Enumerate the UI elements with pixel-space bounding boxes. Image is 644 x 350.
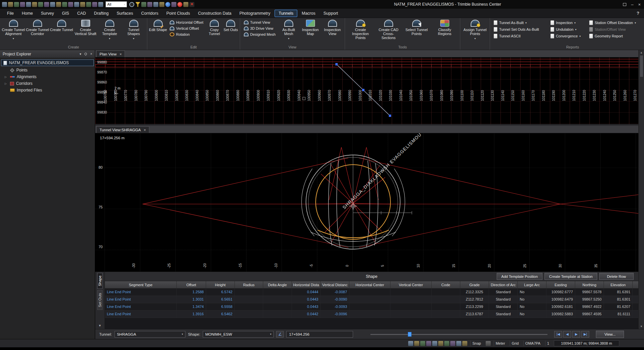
save-icon[interactable] <box>20 2 25 7</box>
tab-plan-view[interactable]: Plan View × <box>96 50 125 57</box>
selection-filter-combobox[interactable]: All ▾ <box>106 1 127 7</box>
orbit-icon[interactable] <box>165 2 170 7</box>
last-station-button[interactable]: ▶| <box>581 331 589 338</box>
menu-tab-cad[interactable]: CAD <box>73 10 90 17</box>
scroll-up-icon[interactable]: ▲ <box>640 51 643 54</box>
create-tunnel-button[interactable]: Create Tunnel <box>49 18 73 45</box>
station-offset-view-button[interactable]: Station/Offset View <box>589 27 644 32</box>
cell-radius[interactable] <box>235 289 263 296</box>
export-icon[interactable] <box>32 2 37 7</box>
tunnel-set-outs-as-built-report-button[interactable]: Tunnel Set Outs As-Built <box>494 27 546 32</box>
redo-icon[interactable] <box>44 2 49 7</box>
cell-offset[interactable]: 1.2588 <box>177 289 206 296</box>
shape-table-row[interactable]: Line End Point 1.3031 6.5651 0.0443 -0.0… <box>105 296 638 303</box>
cell-vertical-distance[interactable]: -0.0096 <box>321 311 349 318</box>
cell-segment-type[interactable]: Line End Point <box>105 303 177 310</box>
column-header[interactable]: Northing <box>575 281 604 288</box>
restore-window-button[interactable] <box>623 3 626 6</box>
horizontal-offset-button[interactable]: Horizontal Offset <box>170 20 203 24</box>
station-view-icon[interactable] <box>98 2 103 7</box>
cell-radius[interactable] <box>235 296 263 303</box>
menu-tab-gis[interactable]: GIS <box>58 10 73 17</box>
expander-icon[interactable]: ▷ <box>5 82 7 85</box>
select-filter-icon[interactable] <box>408 341 413 346</box>
tree-item-imported-files[interactable]: Imported Files <box>0 87 95 94</box>
shape-table-row[interactable]: Line End Point 1.3916 6.5462 0.0442 -0.0… <box>105 311 638 318</box>
menu-tab-photogrammetry[interactable]: Photogrammetry <box>236 10 274 17</box>
pan-icon[interactable] <box>68 2 73 7</box>
cell-large-arc[interactable]: No <box>518 303 546 310</box>
cell-height[interactable]: 6.5742 <box>206 289 235 296</box>
cell-grade[interactable]: Z112.7812 <box>460 296 489 303</box>
column-header[interactable]: Code <box>432 281 460 288</box>
cell-code[interactable] <box>432 311 460 318</box>
antialias-icon[interactable] <box>444 341 449 346</box>
designed-mesh-button[interactable]: Designed Mesh <box>244 32 276 36</box>
zoom-extents-icon[interactable] <box>80 2 85 7</box>
cell-northing[interactable]: 99867.5250 <box>575 296 604 303</box>
open-project-icon[interactable] <box>14 2 19 7</box>
cell-segment-type[interactable]: Line End Point <box>105 289 177 296</box>
close-panel-icon[interactable]: × <box>90 52 92 56</box>
cell-direction-of-arc[interactable]: Standard <box>489 296 518 303</box>
column-header[interactable]: Segment Type <box>105 281 177 288</box>
slider-thumb[interactable] <box>408 332 412 337</box>
cell-grade[interactable]: Z113.2299 <box>460 303 489 310</box>
tunnel-combobox[interactable]: SHRAGGA ▾ <box>115 331 185 338</box>
rotation-button[interactable]: Rotation <box>170 32 203 36</box>
column-header[interactable]: Horizontal Dista <box>292 281 321 288</box>
cell-easting[interactable]: 100982.6777 <box>546 289 575 296</box>
cell-delta-angle[interactable] <box>263 303 292 310</box>
cell-delta-angle[interactable] <box>263 311 292 318</box>
zoom-in-icon[interactable] <box>74 2 79 7</box>
station-offset-elevation-button[interactable]: Station Offset Elevation ▾ <box>589 20 644 25</box>
cell-radius[interactable] <box>235 311 263 318</box>
cell-code[interactable] <box>432 303 460 310</box>
cell-height[interactable]: 6.5558 <box>206 303 235 310</box>
coordinate-system-indicator[interactable]: OMA7PA <box>523 341 542 346</box>
menu-tab-surfaces[interactable]: Surfaces <box>113 10 137 17</box>
slider-groove[interactable] <box>370 334 547 335</box>
cell-easting[interactable]: 100982.5883 <box>546 311 575 318</box>
cell-northing[interactable]: 99867.4595 <box>575 311 604 318</box>
import-icon[interactable] <box>26 2 31 7</box>
background-color-icon[interactable] <box>426 341 431 346</box>
tunnel-view-canvas[interactable]: SHRAGGA_DIAKLADWSH EVAGGELISMOU 17+594.2… <box>95 133 638 272</box>
cell-direction-of-arc[interactable]: Standard <box>489 303 518 310</box>
run-macro-icon[interactable] <box>183 2 188 7</box>
select-tunnel-points-button[interactable]: Select Tunnel Points <box>402 18 431 45</box>
cell-grade[interactable]: Z113.6787 <box>460 311 489 318</box>
options-icon[interactable] <box>414 341 419 346</box>
cell-segment-type[interactable]: Line End Point <box>105 311 177 318</box>
cell-large-arc[interactable]: No <box>518 296 546 303</box>
cell-delta-angle[interactable] <box>263 296 292 303</box>
rotation-lock-icon[interactable] <box>456 341 461 346</box>
create-cad-cross-sections-button[interactable]: Create CAD Cross-Sections <box>374 18 402 45</box>
grid-toggle[interactable]: Grid <box>510 341 520 346</box>
column-header[interactable]: Horizontal Center <box>349 281 390 288</box>
side-tabs-scroll-down-icon[interactable]: ▼ <box>99 324 102 327</box>
cell-large-arc[interactable]: No <box>518 311 546 318</box>
pin-panel-icon[interactable] <box>84 52 88 56</box>
geometry-report-button[interactable]: Geometry Report <box>589 34 644 38</box>
cell-horizontal-center[interactable] <box>349 303 390 310</box>
cell-horizontal-distance[interactable]: 0.0443 <box>292 296 321 303</box>
menu-tab-tunnels[interactable]: Tunnels <box>275 10 297 17</box>
cell-direction-of-arc[interactable]: Standard <box>489 289 518 296</box>
create-vertical-shaft-button[interactable]: Create Vertical Shaft <box>73 18 98 45</box>
layers-icon[interactable] <box>147 2 152 7</box>
vertical-offset-button[interactable]: Vertical Offset <box>170 26 203 30</box>
settings-icon[interactable] <box>50 2 55 7</box>
column-header[interactable]: Offset <box>177 281 206 288</box>
cell-code[interactable] <box>432 289 460 296</box>
menu-tab-construction-data[interactable]: Construction Data <box>194 10 235 17</box>
side-tab-set-outs[interactable]: Set Outs <box>97 290 103 310</box>
line-endpoint-handle[interactable] <box>335 63 338 65</box>
tunnel-shapes-button[interactable]: Tunnel Shapes ▾ <box>122 18 146 45</box>
cell-northing[interactable]: 99867.5578 <box>575 289 604 296</box>
cell-height[interactable]: 6.5651 <box>206 296 235 303</box>
menu-tab-corridors[interactable]: Corridors <box>137 10 162 17</box>
minimize-window-button[interactable]: – <box>631 2 633 7</box>
cell-vertical-distance[interactable]: -0.0093 <box>321 303 349 310</box>
station-picker-button[interactable]: ∠ <box>276 331 284 338</box>
